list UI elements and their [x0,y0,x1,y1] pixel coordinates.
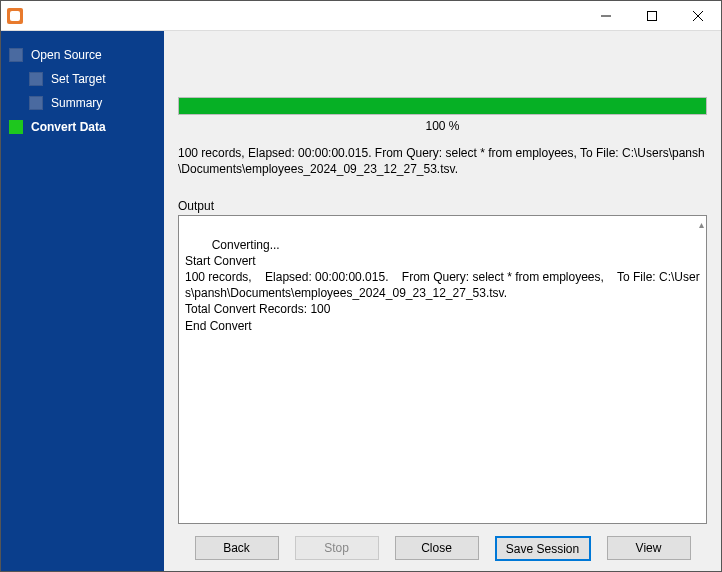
step-box-icon [9,48,23,62]
stop-button: Stop [295,536,379,560]
svg-rect-1 [648,11,657,20]
sidebar-item-set-target[interactable]: Set Target [1,67,164,91]
progress-percent-label: 100 % [178,115,707,143]
sidebar-item-open-source[interactable]: Open Source [1,43,164,67]
sidebar: Open Source Set Target Summary Convert D… [1,31,164,571]
sidebar-item-label: Convert Data [31,120,106,134]
sidebar-item-label: Open Source [31,48,102,62]
button-row: Back Stop Close Save Session View [178,524,707,561]
minimize-button[interactable] [583,1,629,31]
output-label: Output [178,199,707,213]
step-box-icon [9,120,23,134]
step-box-icon [29,72,43,86]
close-button[interactable]: Close [395,536,479,560]
app-window: Open Source Set Target Summary Convert D… [0,0,722,572]
sidebar-item-label: Summary [51,96,102,110]
sidebar-item-convert-data[interactable]: Convert Data [1,115,164,139]
step-box-icon [29,96,43,110]
window-controls [583,1,721,31]
close-window-button[interactable] [675,1,721,31]
progress-bar [178,97,707,115]
content-pane: 100 % 100 records, Elapsed: 00:00:00.015… [164,31,721,571]
conversion-summary-text: 100 records, Elapsed: 00:00:00.015. From… [178,145,707,177]
save-session-button[interactable]: Save Session [495,536,591,561]
progress-section: 100 % [178,97,707,143]
output-textarea[interactable]: Converting... Start Convert 100 records,… [178,215,707,524]
scroll-up-arrow-icon[interactable]: ▴ [699,218,704,232]
output-text: Converting... Start Convert 100 records,… [185,238,700,333]
progress-fill [179,98,706,114]
sidebar-item-label: Set Target [51,72,105,86]
view-button[interactable]: View [607,536,691,560]
back-button[interactable]: Back [195,536,279,560]
sidebar-item-summary[interactable]: Summary [1,91,164,115]
maximize-button[interactable] [629,1,675,31]
app-icon [7,8,23,24]
titlebar [1,1,721,31]
